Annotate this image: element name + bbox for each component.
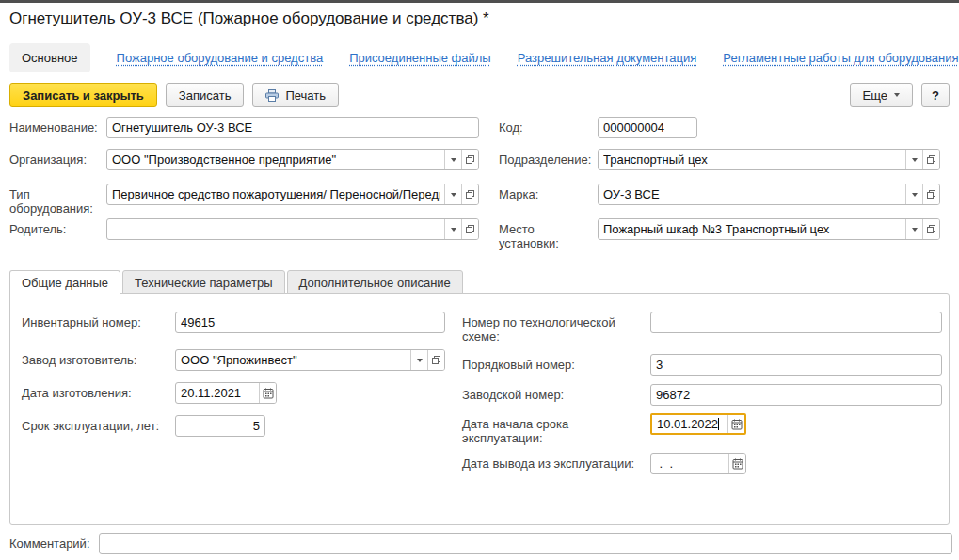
open-icon[interactable]	[922, 219, 939, 239]
order-number-row: Порядковый номер:	[462, 354, 942, 376]
printer-icon	[265, 89, 279, 102]
nav-link-maintenance-works[interactable]: Регламентные работы для оборудования	[723, 51, 958, 65]
save-and-close-button[interactable]: Записать и закрыть	[9, 83, 157, 107]
tab-general-data[interactable]: Общие данные	[9, 270, 120, 295]
operation-start-date-label: Дата начала срока эксплуатации:	[462, 413, 650, 445]
tab-technical-params[interactable]: Технические параметры	[122, 270, 284, 294]
print-button[interactable]: Печать	[252, 83, 339, 107]
dropdown-arrow-icon[interactable]	[444, 184, 461, 204]
inventory-number-label: Инвентарный номер:	[22, 312, 175, 329]
equipment-type-row: Тип оборудования:	[9, 184, 479, 216]
save-button[interactable]: Записать	[166, 83, 245, 107]
nav-tab-main[interactable]: Основное	[9, 43, 90, 72]
department-select[interactable]	[598, 149, 940, 170]
dropdown-arrow-icon[interactable]	[410, 350, 427, 370]
manufacturer-label: Завод изготовитель:	[22, 349, 175, 367]
comment-row: Комментарий:	[9, 533, 952, 554]
general-data-panel: Инвентарный номер: Завод изготовитель: Д…	[9, 293, 950, 525]
department-label: Подразделение:	[499, 149, 598, 167]
more-button[interactable]: Еще	[850, 83, 913, 107]
code-input[interactable]	[598, 117, 697, 138]
organization-row: Организация:	[9, 149, 479, 170]
open-icon[interactable]	[922, 184, 939, 204]
factory-number-input[interactable]	[650, 384, 942, 406]
tech-scheme-number-label: Номер по технологической схеме:	[462, 312, 650, 344]
equipment-type-label: Тип оборудования:	[9, 184, 106, 216]
open-icon[interactable]	[922, 150, 939, 169]
parent-select[interactable]	[106, 218, 479, 240]
decommission-date-label: Дата вывода из эксплуатации:	[462, 453, 650, 471]
open-icon[interactable]	[461, 219, 478, 239]
tech-scheme-number-input[interactable]	[650, 312, 942, 333]
open-icon[interactable]	[461, 150, 478, 169]
code-row: Код:	[499, 117, 940, 138]
operation-start-date-input[interactable]: 10.01.2022	[650, 413, 746, 435]
manufacture-date-row: Дата изготовления:	[22, 382, 455, 404]
brand-select[interactable]	[598, 184, 940, 205]
name-label: Наименование:	[9, 117, 106, 135]
comment-input[interactable]	[99, 533, 952, 554]
brand-label: Марка:	[499, 184, 598, 201]
dropdown-arrow-icon[interactable]	[905, 219, 922, 239]
tab-additional-description[interactable]: Дополнительное описание	[287, 270, 463, 294]
chevron-down-icon	[894, 93, 900, 97]
service-life-input[interactable]	[175, 415, 265, 437]
service-life-label: Срок эксплуатации, лет:	[22, 415, 175, 433]
calendar-icon[interactable]	[728, 454, 745, 473]
nav-link-attached-files[interactable]: Присоединенные файлы	[349, 51, 491, 65]
window-top-strip	[0, 0, 959, 3]
open-icon[interactable]	[427, 350, 444, 370]
manufacture-date-input[interactable]	[175, 382, 277, 404]
department-row: Подразделение:	[499, 149, 940, 170]
calendar-icon[interactable]	[259, 383, 276, 403]
dropdown-arrow-icon[interactable]	[444, 150, 461, 169]
organization-select[interactable]	[106, 149, 479, 170]
parent-label: Родитель:	[9, 218, 106, 236]
organization-label: Организация:	[9, 149, 106, 167]
toolbar: Записать и закрыть Записать Печать Еще ?	[9, 83, 950, 107]
inventory-number-input[interactable]	[175, 312, 445, 333]
more-button-label: Еще	[863, 88, 887, 103]
nav-link-permit-docs[interactable]: Разрешительная документация	[518, 51, 697, 65]
tech-scheme-number-row: Номер по технологической схеме:	[462, 312, 942, 344]
text-caret	[718, 418, 719, 430]
equipment-card-window: Огнетушитель ОУ-3 ВСЕ (Пожарное оборудов…	[0, 0, 959, 560]
factory-number-row: Заводской номер:	[462, 384, 942, 406]
factory-number-label: Заводской номер:	[462, 384, 650, 402]
installation-place-row: Место установки:	[499, 218, 940, 250]
name-row: Наименование:	[9, 117, 479, 138]
nav-link-fire-equipment[interactable]: Пожарное оборудование и средства	[117, 51, 324, 65]
navigation-bar: Основное Пожарное оборудование и средств…	[9, 43, 959, 72]
detail-tabs: Общие данные Технические параметры Допол…	[9, 270, 465, 295]
inventory-number-row: Инвентарный номер:	[22, 312, 455, 333]
name-input[interactable]	[106, 117, 479, 138]
manufacturer-row: Завод изготовитель:	[22, 349, 455, 371]
installation-place-select[interactable]	[598, 218, 940, 240]
comment-label: Комментарий:	[9, 533, 99, 551]
open-icon[interactable]	[461, 184, 478, 204]
dropdown-arrow-icon[interactable]	[905, 150, 922, 169]
order-number-input[interactable]	[650, 354, 942, 376]
order-number-label: Порядковый номер:	[462, 354, 650, 372]
manufacture-date-label: Дата изготовления:	[22, 382, 175, 400]
manufacturer-select[interactable]	[175, 349, 445, 371]
calendar-icon[interactable]	[727, 415, 744, 433]
brand-row: Марка:	[499, 184, 940, 205]
parent-row: Родитель:	[9, 218, 479, 240]
equipment-type-select[interactable]	[106, 184, 479, 205]
dropdown-arrow-icon[interactable]	[905, 184, 922, 204]
print-button-label: Печать	[285, 88, 326, 103]
operation-start-date-row: Дата начала срока эксплуатации: 10.01.20…	[462, 413, 942, 445]
dropdown-arrow-icon[interactable]	[444, 219, 461, 239]
code-label: Код:	[499, 117, 598, 135]
page-title: Огнетушитель ОУ-3 ВСЕ (Пожарное оборудов…	[9, 9, 489, 28]
decommission-date-input[interactable]: . .	[650, 453, 746, 474]
service-life-row: Срок эксплуатации, лет:	[22, 415, 455, 437]
decommission-date-row: Дата вывода из эксплуатации: . .	[462, 453, 942, 474]
installation-place-label: Место установки:	[499, 218, 598, 250]
help-button[interactable]: ?	[921, 83, 950, 107]
